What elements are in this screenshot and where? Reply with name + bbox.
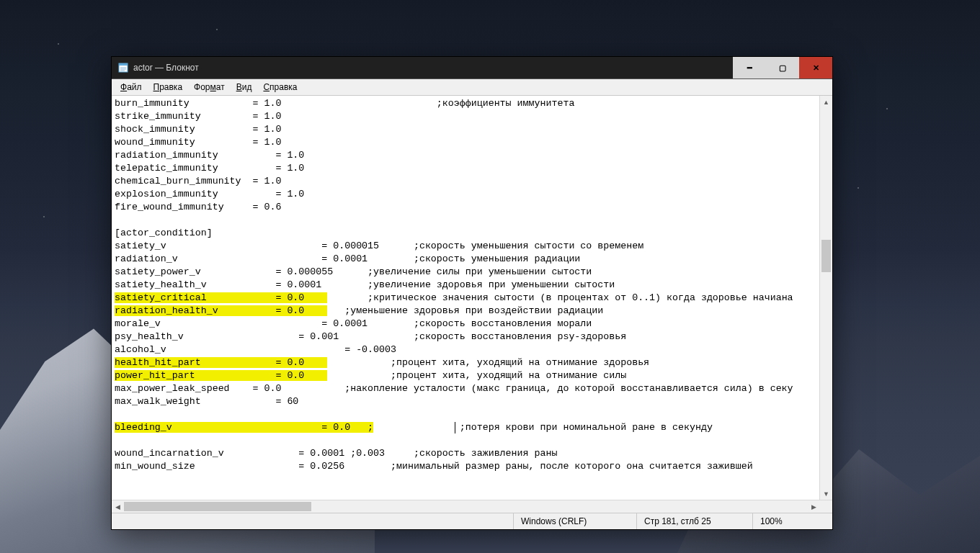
menu-edit[interactable]: Правка (148, 81, 189, 94)
close-button[interactable]: ✕ (799, 57, 832, 78)
text-line: bleeding_v = 0.0 ; ;потеря крови при ном… (115, 421, 819, 434)
text-line: health_hit_part = 0.0 ;процент хита, ухо… (115, 356, 819, 369)
maximize-icon: ▢ (779, 63, 786, 73)
menu-format-rest: ат (216, 82, 225, 92)
notepad-window: actor — Блокнот ━ ▢ ✕ Файл Правка Формат… (111, 56, 833, 530)
text-line: min_wound_size = 0.0256 ;минимальный раз… (115, 460, 819, 473)
text-line: satiety_v = 0.000015 ;скорость уменьшени… (115, 240, 819, 253)
status-spacer (112, 513, 513, 529)
menu-help-rest: правка (270, 82, 297, 92)
scroll-down-arrow-icon[interactable]: ▼ (820, 487, 832, 500)
text-line: strike_immunity = 1.0 (115, 110, 819, 123)
scroll-right-arrow-icon[interactable]: ▶ (808, 500, 820, 513)
menu-format[interactable]: Формат (188, 81, 231, 94)
menu-bar: Файл Правка Формат Вид Справка (112, 78, 832, 95)
menu-file-rest: айл (127, 82, 141, 92)
text-line: fire_wound_immunity = 0.6 (115, 201, 819, 214)
text-line: telepatic_immunity = 1.0 (115, 162, 819, 175)
text-line: shock_immunity = 1.0 (115, 123, 819, 136)
text-line: max_walk_weight = 60 (115, 395, 819, 408)
notepad-icon (117, 62, 129, 73)
text-line: max_power_leak_speed = 0.0 ;накопление у… (115, 382, 819, 395)
window-title: actor — Блокнот (133, 63, 199, 73)
text-line: satiety_critical = 0.0 ;критическое знач… (115, 292, 819, 305)
status-bar: Windows (CRLF) Стр 181, стлб 25 100% (112, 513, 832, 529)
menu-help[interactable]: Справка (257, 81, 303, 94)
menu-edit-rest: равка (159, 82, 182, 92)
scroll-up-arrow-icon[interactable]: ▲ (820, 96, 832, 108)
svg-rect-1 (119, 63, 128, 66)
text-line: radiation_v = 0.0001 ;скорость уменьшени… (115, 253, 819, 266)
menu-view[interactable]: Вид (231, 81, 258, 94)
text-line: alcohol_v = -0.0003 (115, 343, 819, 356)
vertical-scrollbar[interactable]: ▲ ▼ (819, 96, 832, 500)
text-line: wound_immunity = 1.0 (115, 136, 819, 149)
close-icon: ✕ (813, 63, 819, 73)
text-line: satiety_health_v = 0.0001 ;увеличение зд… (115, 279, 819, 292)
menu-file[interactable]: Файл (115, 81, 148, 94)
status-cursor-position: Стр 181, стлб 25 (636, 513, 752, 529)
horizontal-scrollbar[interactable]: ◀ ▶ (112, 500, 832, 513)
vertical-scroll-thumb[interactable] (821, 240, 831, 272)
text-line: radiation_immunity = 1.0 (115, 149, 819, 162)
scroll-left-arrow-icon[interactable]: ◀ (112, 500, 124, 513)
minimize-icon: ━ (747, 63, 752, 73)
status-eol: Windows (CRLF) (513, 513, 636, 529)
text-line: satiety_power_v = 0.000055 ;увеличение с… (115, 266, 819, 279)
text-line: [actor_condition] (115, 227, 819, 240)
text-editor[interactable]: burn_immunity = 1.0 ;коэффициенты иммуни… (112, 96, 819, 500)
text-line: psy_health_v = 0.001 ;скорость восстанов… (115, 331, 819, 343)
text-line: power_hit_part = 0.0 ;процент хита, уход… (115, 369, 819, 382)
menu-view-rest: ид (242, 82, 252, 92)
text-line: burn_immunity = 1.0 ;коэффициенты иммуни… (115, 97, 819, 110)
text-line: radiation_health_v = 0.0 ;уменьшение здо… (115, 305, 819, 318)
text-line: chemical_burn_immunity = 1.0 (115, 175, 819, 188)
scrollbar-corner (820, 500, 832, 513)
text-caret (455, 422, 455, 433)
titlebar[interactable]: actor — Блокнот ━ ▢ ✕ (112, 57, 832, 78)
text-line: explosion_immunity = 1.0 (115, 188, 819, 201)
client-area: burn_immunity = 1.0 ;коэффициенты иммуни… (112, 95, 832, 500)
minimize-button[interactable]: ━ (733, 57, 766, 78)
status-zoom: 100% (752, 513, 832, 529)
text-line (115, 408, 819, 421)
text-line: morale_v = 0.0001 ;скорость восстановлен… (115, 318, 819, 331)
text-line: wound_incarnation_v = 0.0001 ;0.003 ;ско… (115, 447, 819, 460)
horizontal-scroll-thumb[interactable] (124, 502, 311, 511)
text-line (115, 434, 819, 447)
maximize-button[interactable]: ▢ (766, 57, 799, 78)
text-line (115, 214, 819, 227)
desktop-background: actor — Блокнот ━ ▢ ✕ Файл Правка Формат… (0, 0, 980, 553)
